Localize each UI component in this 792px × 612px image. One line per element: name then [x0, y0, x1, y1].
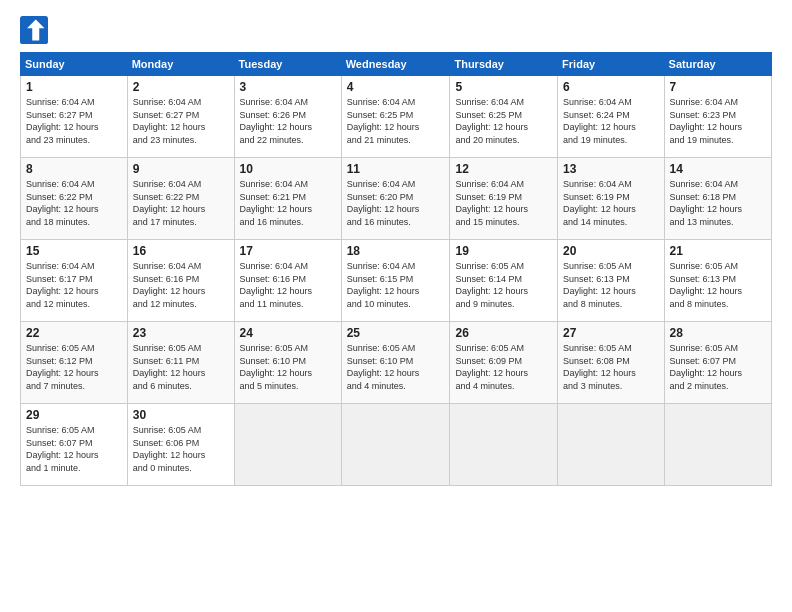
- calendar-cell: 10Sunrise: 6:04 AM Sunset: 6:21 PM Dayli…: [234, 158, 341, 240]
- day-number: 12: [455, 162, 552, 176]
- day-number: 21: [670, 244, 766, 258]
- calendar-cell: 26Sunrise: 6:05 AM Sunset: 6:09 PM Dayli…: [450, 322, 558, 404]
- day-number: 10: [240, 162, 336, 176]
- day-number: 22: [26, 326, 122, 340]
- day-number: 26: [455, 326, 552, 340]
- calendar-cell: 7Sunrise: 6:04 AM Sunset: 6:23 PM Daylig…: [664, 76, 771, 158]
- day-info: Sunrise: 6:04 AM Sunset: 6:19 PM Dayligh…: [455, 178, 552, 228]
- day-info: Sunrise: 6:05 AM Sunset: 6:09 PM Dayligh…: [455, 342, 552, 392]
- day-info: Sunrise: 6:04 AM Sunset: 6:25 PM Dayligh…: [455, 96, 552, 146]
- day-info: Sunrise: 6:04 AM Sunset: 6:15 PM Dayligh…: [347, 260, 445, 310]
- calendar-cell: 20Sunrise: 6:05 AM Sunset: 6:13 PM Dayli…: [558, 240, 664, 322]
- calendar-week-2: 8Sunrise: 6:04 AM Sunset: 6:22 PM Daylig…: [21, 158, 772, 240]
- calendar: SundayMondayTuesdayWednesdayThursdayFrid…: [20, 52, 772, 486]
- day-info: Sunrise: 6:04 AM Sunset: 6:16 PM Dayligh…: [133, 260, 229, 310]
- day-info: Sunrise: 6:04 AM Sunset: 6:20 PM Dayligh…: [347, 178, 445, 228]
- day-number: 15: [26, 244, 122, 258]
- day-info: Sunrise: 6:05 AM Sunset: 6:13 PM Dayligh…: [563, 260, 658, 310]
- day-number: 17: [240, 244, 336, 258]
- day-info: Sunrise: 6:04 AM Sunset: 6:22 PM Dayligh…: [133, 178, 229, 228]
- day-info: Sunrise: 6:04 AM Sunset: 6:25 PM Dayligh…: [347, 96, 445, 146]
- calendar-cell: [558, 404, 664, 486]
- calendar-cell: 21Sunrise: 6:05 AM Sunset: 6:13 PM Dayli…: [664, 240, 771, 322]
- day-number: 7: [670, 80, 766, 94]
- day-info: Sunrise: 6:04 AM Sunset: 6:18 PM Dayligh…: [670, 178, 766, 228]
- day-info: Sunrise: 6:05 AM Sunset: 6:10 PM Dayligh…: [240, 342, 336, 392]
- day-info: Sunrise: 6:04 AM Sunset: 6:16 PM Dayligh…: [240, 260, 336, 310]
- day-number: 8: [26, 162, 122, 176]
- calendar-cell: 24Sunrise: 6:05 AM Sunset: 6:10 PM Dayli…: [234, 322, 341, 404]
- calendar-week-4: 22Sunrise: 6:05 AM Sunset: 6:12 PM Dayli…: [21, 322, 772, 404]
- day-info: Sunrise: 6:04 AM Sunset: 6:23 PM Dayligh…: [670, 96, 766, 146]
- calendar-cell: 19Sunrise: 6:05 AM Sunset: 6:14 PM Dayli…: [450, 240, 558, 322]
- header: [20, 16, 772, 44]
- calendar-week-1: 1Sunrise: 6:04 AM Sunset: 6:27 PM Daylig…: [21, 76, 772, 158]
- calendar-cell: [664, 404, 771, 486]
- calendar-cell: 14Sunrise: 6:04 AM Sunset: 6:18 PM Dayli…: [664, 158, 771, 240]
- day-number: 29: [26, 408, 122, 422]
- logo: [20, 16, 52, 44]
- day-info: Sunrise: 6:04 AM Sunset: 6:17 PM Dayligh…: [26, 260, 122, 310]
- day-header-wednesday: Wednesday: [341, 53, 450, 76]
- calendar-body: 1Sunrise: 6:04 AM Sunset: 6:27 PM Daylig…: [21, 76, 772, 486]
- calendar-cell: 28Sunrise: 6:05 AM Sunset: 6:07 PM Dayli…: [664, 322, 771, 404]
- day-number: 16: [133, 244, 229, 258]
- day-number: 20: [563, 244, 658, 258]
- day-info: Sunrise: 6:05 AM Sunset: 6:07 PM Dayligh…: [26, 424, 122, 474]
- day-info: Sunrise: 6:05 AM Sunset: 6:06 PM Dayligh…: [133, 424, 229, 474]
- calendar-cell: 23Sunrise: 6:05 AM Sunset: 6:11 PM Dayli…: [127, 322, 234, 404]
- day-header-saturday: Saturday: [664, 53, 771, 76]
- calendar-cell: 11Sunrise: 6:04 AM Sunset: 6:20 PM Dayli…: [341, 158, 450, 240]
- calendar-cell: 13Sunrise: 6:04 AM Sunset: 6:19 PM Dayli…: [558, 158, 664, 240]
- calendar-cell: 1Sunrise: 6:04 AM Sunset: 6:27 PM Daylig…: [21, 76, 128, 158]
- calendar-cell: [234, 404, 341, 486]
- calendar-cell: 16Sunrise: 6:04 AM Sunset: 6:16 PM Dayli…: [127, 240, 234, 322]
- calendar-cell: 25Sunrise: 6:05 AM Sunset: 6:10 PM Dayli…: [341, 322, 450, 404]
- day-header-monday: Monday: [127, 53, 234, 76]
- calendar-header-row: SundayMondayTuesdayWednesdayThursdayFrid…: [21, 53, 772, 76]
- calendar-cell: 5Sunrise: 6:04 AM Sunset: 6:25 PM Daylig…: [450, 76, 558, 158]
- calendar-week-3: 15Sunrise: 6:04 AM Sunset: 6:17 PM Dayli…: [21, 240, 772, 322]
- calendar-cell: 2Sunrise: 6:04 AM Sunset: 6:27 PM Daylig…: [127, 76, 234, 158]
- calendar-cell: 29Sunrise: 6:05 AM Sunset: 6:07 PM Dayli…: [21, 404, 128, 486]
- day-number: 30: [133, 408, 229, 422]
- day-info: Sunrise: 6:05 AM Sunset: 6:08 PM Dayligh…: [563, 342, 658, 392]
- day-number: 1: [26, 80, 122, 94]
- day-number: 25: [347, 326, 445, 340]
- calendar-cell: 22Sunrise: 6:05 AM Sunset: 6:12 PM Dayli…: [21, 322, 128, 404]
- day-number: 18: [347, 244, 445, 258]
- day-info: Sunrise: 6:04 AM Sunset: 6:19 PM Dayligh…: [563, 178, 658, 228]
- calendar-cell: 17Sunrise: 6:04 AM Sunset: 6:16 PM Dayli…: [234, 240, 341, 322]
- day-number: 19: [455, 244, 552, 258]
- day-info: Sunrise: 6:04 AM Sunset: 6:26 PM Dayligh…: [240, 96, 336, 146]
- calendar-cell: 4Sunrise: 6:04 AM Sunset: 6:25 PM Daylig…: [341, 76, 450, 158]
- day-number: 4: [347, 80, 445, 94]
- calendar-cell: 6Sunrise: 6:04 AM Sunset: 6:24 PM Daylig…: [558, 76, 664, 158]
- day-number: 11: [347, 162, 445, 176]
- day-number: 13: [563, 162, 658, 176]
- calendar-cell: 9Sunrise: 6:04 AM Sunset: 6:22 PM Daylig…: [127, 158, 234, 240]
- day-number: 24: [240, 326, 336, 340]
- day-info: Sunrise: 6:05 AM Sunset: 6:07 PM Dayligh…: [670, 342, 766, 392]
- calendar-cell: 12Sunrise: 6:04 AM Sunset: 6:19 PM Dayli…: [450, 158, 558, 240]
- calendar-cell: 15Sunrise: 6:04 AM Sunset: 6:17 PM Dayli…: [21, 240, 128, 322]
- day-number: 3: [240, 80, 336, 94]
- calendar-cell: 8Sunrise: 6:04 AM Sunset: 6:22 PM Daylig…: [21, 158, 128, 240]
- day-header-friday: Friday: [558, 53, 664, 76]
- day-info: Sunrise: 6:05 AM Sunset: 6:12 PM Dayligh…: [26, 342, 122, 392]
- calendar-week-5: 29Sunrise: 6:05 AM Sunset: 6:07 PM Dayli…: [21, 404, 772, 486]
- calendar-cell: [341, 404, 450, 486]
- calendar-cell: 30Sunrise: 6:05 AM Sunset: 6:06 PM Dayli…: [127, 404, 234, 486]
- day-info: Sunrise: 6:04 AM Sunset: 6:24 PM Dayligh…: [563, 96, 658, 146]
- calendar-cell: 27Sunrise: 6:05 AM Sunset: 6:08 PM Dayli…: [558, 322, 664, 404]
- day-info: Sunrise: 6:05 AM Sunset: 6:14 PM Dayligh…: [455, 260, 552, 310]
- day-header-thursday: Thursday: [450, 53, 558, 76]
- day-info: Sunrise: 6:04 AM Sunset: 6:21 PM Dayligh…: [240, 178, 336, 228]
- calendar-cell: 18Sunrise: 6:04 AM Sunset: 6:15 PM Dayli…: [341, 240, 450, 322]
- day-number: 27: [563, 326, 658, 340]
- day-number: 2: [133, 80, 229, 94]
- day-number: 14: [670, 162, 766, 176]
- day-info: Sunrise: 6:04 AM Sunset: 6:22 PM Dayligh…: [26, 178, 122, 228]
- day-number: 6: [563, 80, 658, 94]
- calendar-cell: [450, 404, 558, 486]
